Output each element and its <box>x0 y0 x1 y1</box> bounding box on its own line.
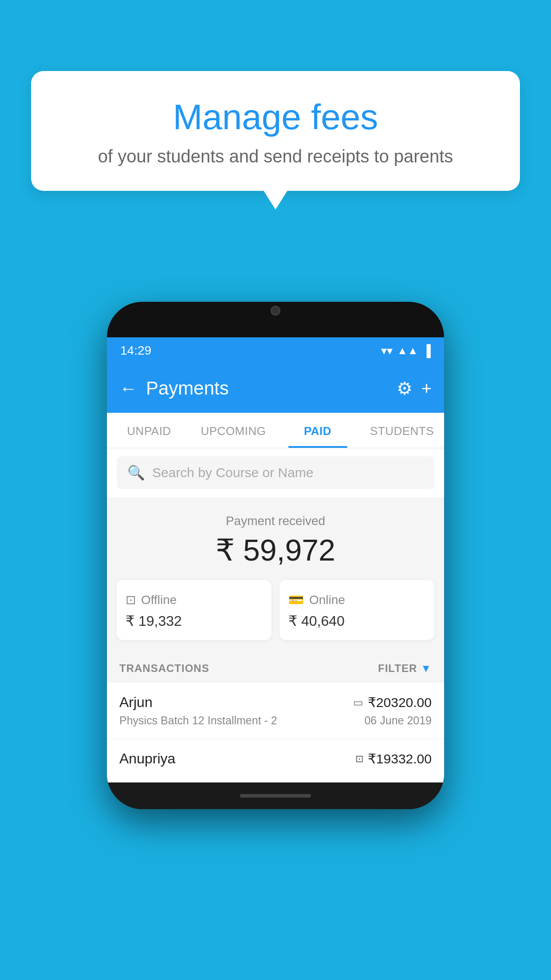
speech-bubble: Manage fees of your students and send re… <box>31 71 520 191</box>
add-button[interactable]: + <box>421 379 432 399</box>
wifi-icon: ▾▾ <box>381 344 393 358</box>
phone-bottom-bezel <box>107 782 444 809</box>
front-camera <box>271 306 280 316</box>
search-container: 🔍 Search by Course or Name <box>107 448 444 497</box>
transaction-amount-row: ▭ ₹20320.00 <box>353 695 432 710</box>
payment-received-label: Payment received <box>117 514 434 528</box>
transaction-list: Arjun ▭ ₹20320.00 Physics Batch 12 Insta… <box>107 683 444 782</box>
offline-card-header: ⊡ Offline <box>126 593 263 607</box>
online-icon: 💳 <box>288 593 304 607</box>
transaction-row-bottom: Physics Batch 12 Installment - 2 06 June… <box>119 714 432 727</box>
search-bar[interactable]: 🔍 Search by Course or Name <box>117 456 434 489</box>
search-icon: 🔍 <box>127 464 145 481</box>
transaction-date: 06 June 2019 <box>364 714 432 727</box>
search-input[interactable]: Search by Course or Name <box>152 465 314 480</box>
signal-icon: ▲▲ <box>397 344 418 357</box>
payment-received-section: Payment received ₹ 59,972 ⊡ Offline ₹ 19… <box>107 497 444 652</box>
settings-icon[interactable]: ⚙ <box>397 378 413 399</box>
transaction-amount: ₹19332.00 <box>368 751 432 767</box>
tab-unpaid[interactable]: UNPAID <box>107 413 191 448</box>
transactions-label: TRANSACTIONS <box>119 662 209 675</box>
transaction-name: Arjun <box>119 694 153 711</box>
tab-upcoming[interactable]: UPCOMING <box>191 413 276 448</box>
transaction-row-top: Anupriya ⊡ ₹19332.00 <box>119 751 432 767</box>
online-payment-card: 💳 Online ₹ 40,640 <box>279 580 434 640</box>
page-title: Payments <box>146 378 397 399</box>
filter-label: FILTER <box>378 662 417 675</box>
app-header: ← Payments ⚙ + <box>107 364 444 413</box>
header-actions: ⚙ + <box>397 378 432 399</box>
home-indicator <box>240 794 311 798</box>
offline-label: Offline <box>141 593 177 607</box>
phone-frame-container: 14:29 ▾▾ ▲▲ ▐ ← Payments ⚙ + UNPAID <box>107 302 444 809</box>
transaction-course: Physics Batch 12 Installment - 2 <box>119 714 277 727</box>
battery-icon: ▐ <box>423 344 431 358</box>
filter-button[interactable]: FILTER ▼ <box>378 662 432 675</box>
offline-payment-card: ⊡ Offline ₹ 19,332 <box>117 580 272 640</box>
offline-amount: ₹ 19,332 <box>126 612 263 629</box>
offline-icon: ⊡ <box>126 593 136 607</box>
transaction-amount-row: ⊡ ₹19332.00 <box>355 751 432 767</box>
filter-icon: ▼ <box>421 662 432 675</box>
phone-screen: 🔍 Search by Course or Name Payment recei… <box>107 448 444 782</box>
status-icons: ▾▾ ▲▲ ▐ <box>381 344 431 358</box>
tab-paid[interactable]: PAID <box>276 413 360 448</box>
card-payment-icon: ▭ <box>353 696 363 709</box>
status-time: 14:29 <box>120 344 151 358</box>
tab-students[interactable]: STUDENTS <box>360 413 444 448</box>
phone-notch <box>249 302 302 320</box>
app-background: Manage fees of your students and send re… <box>0 0 551 980</box>
back-button[interactable]: ← <box>119 379 137 399</box>
payment-cards: ⊡ Offline ₹ 19,332 💳 Online ₹ 40,640 <box>117 580 434 640</box>
transaction-row-top: Arjun ▭ ₹20320.00 <box>119 694 432 711</box>
cash-payment-icon: ⊡ <box>355 753 363 765</box>
tab-bar: UNPAID UPCOMING PAID STUDENTS <box>107 413 444 448</box>
table-row[interactable]: Arjun ▭ ₹20320.00 Physics Batch 12 Insta… <box>107 683 444 739</box>
transaction-amount: ₹20320.00 <box>368 695 432 710</box>
transaction-name: Anupriya <box>119 751 175 767</box>
phone-frame: 14:29 ▾▾ ▲▲ ▐ ← Payments ⚙ + UNPAID <box>107 302 444 809</box>
online-card-header: 💳 Online <box>288 593 425 607</box>
payment-total-amount: ₹ 59,972 <box>117 533 434 568</box>
status-bar: 14:29 ▾▾ ▲▲ ▐ <box>107 337 444 364</box>
phone-top-bezel <box>107 302 444 337</box>
online-amount: ₹ 40,640 <box>288 612 425 629</box>
table-row[interactable]: Anupriya ⊡ ₹19332.00 <box>107 739 444 782</box>
bubble-subtitle: of your students and send receipts to pa… <box>53 146 498 166</box>
bubble-title: Manage fees <box>53 98 498 137</box>
transactions-header: TRANSACTIONS FILTER ▼ <box>107 652 444 683</box>
online-label: Online <box>309 593 345 607</box>
